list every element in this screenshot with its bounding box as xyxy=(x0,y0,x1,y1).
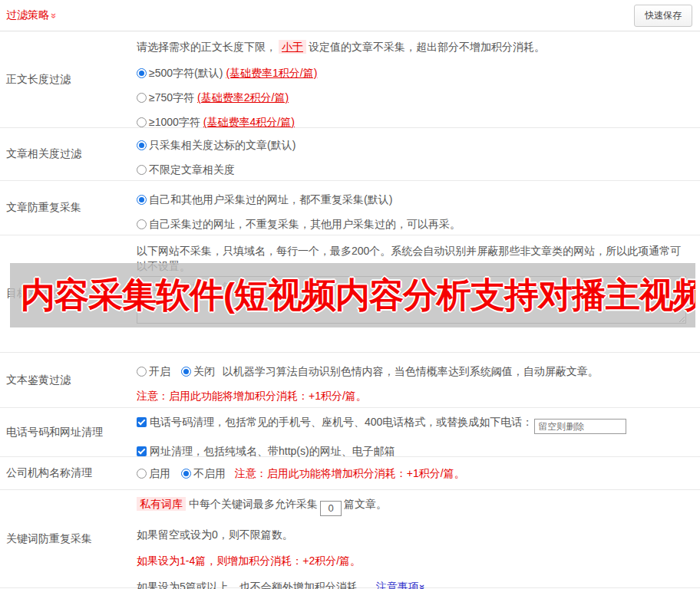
row-label: 文本鉴黄过滤 xyxy=(0,353,137,407)
row-label: 关键词防重复采集 xyxy=(0,490,137,587)
row-label: 公司机构名称清理 xyxy=(0,457,137,489)
porn-filter-on-option[interactable]: 开启 xyxy=(137,365,170,377)
row-porn-filter: 文本鉴黄过滤 开启 关闭 以机器学习算法自动识别色情内容，当色情概率达到系统阈值… xyxy=(0,353,700,408)
blocked-domains-textarea[interactable] xyxy=(137,276,686,324)
fee-note: (基础费率2积分/篇) xyxy=(197,91,289,104)
page-title-text: 过滤策略 xyxy=(6,8,49,22)
row-content-length-filter: 正文长度过滤 请选择需求的正文长度下限，小于设定值的文章不采集，超出部分不增加积… xyxy=(0,31,700,128)
company-cleanup-cost-note: 注意：启用此功能将增加积分消耗：+1积分/篇。 xyxy=(235,467,465,479)
radio-icon[interactable] xyxy=(137,367,147,377)
row-company-name-cleanup: 公司机构名称清理 启用 不启用 注意：启用此功能将增加积分消耗：+1积分/篇。 xyxy=(0,457,700,490)
page-title[interactable]: 过滤策略 » xyxy=(6,8,57,22)
chevron-down-icon: » xyxy=(49,12,59,18)
length-filter-intro: 请选择需求的正文长度下限，小于设定值的文章不采集，超出部分不增加积分消耗。 xyxy=(137,39,694,54)
quick-save-button[interactable]: 快速保存 xyxy=(634,5,692,27)
row-relevance-filter: 文章相关度过滤 只采集相关度达标的文章(默认) 不限定文章相关度 xyxy=(0,128,700,181)
url-cleanup-option[interactable]: 网址清理，包括纯域名、带http(s)的网址、电子邮箱 xyxy=(137,443,694,459)
site-filter-intro: 以下网站不采集，只填域名，每行一个，最多200个。系统会自动识别并屏蔽那些非文章… xyxy=(137,243,688,274)
radio-selected-icon[interactable] xyxy=(181,469,191,479)
keyword-note-five-plus: 如果设为5篇或以上，也不会额外增加积分消耗。 注意事项» xyxy=(137,579,694,589)
top-bar: 过滤策略 » 快速保存 xyxy=(0,0,700,31)
row-keyword-dedup: 关键词防重复采集 私有词库中每个关键词最多允许采集篇文章。 如果留空或设为0，则… xyxy=(0,490,700,588)
row-dedup-collect: 文章防重复采集 自己和其他用户采集过的网址，都不重复采集(默认) 自己采集过的网… xyxy=(0,181,700,235)
notes-link[interactable]: 注意事项» xyxy=(376,581,425,589)
row-label: 正文长度过滤 xyxy=(0,31,137,127)
length-option-500[interactable]: ≥500字符(默认)(基础费率1积分/篇) xyxy=(137,65,694,81)
length-option-1000[interactable]: ≥1000字符(基础费率4积分/篇) xyxy=(137,114,694,130)
radio-selected-icon[interactable] xyxy=(137,195,147,205)
row-label: 文章防重复采集 xyxy=(0,181,137,235)
length-option-750[interactable]: ≥750字符(基础费率2积分/篇) xyxy=(137,90,694,105)
porn-filter-off-option[interactable]: 关闭 xyxy=(181,365,215,377)
keyword-note-cost: 如果设为1-4篇，则增加积分消耗：+2积分/篇。 xyxy=(137,553,694,568)
row-target-site-filter: 目标网站过滤 以下网站不采集，只填域名，每行一个，最多200个。系统会自动识别并… xyxy=(0,235,700,353)
radio-icon[interactable] xyxy=(137,93,147,103)
radio-icon[interactable] xyxy=(137,117,147,127)
row-label: 电话号码和网址清理 xyxy=(0,408,137,456)
row-label: 目标网站过滤 xyxy=(0,235,137,352)
row-phone-url-cleanup: 电话号码和网址清理 电话号码清理，包括常见的手机号、座机号、400电话格式，或替… xyxy=(0,408,700,457)
radio-icon[interactable] xyxy=(137,469,147,479)
relevance-option-any[interactable]: 不限定文章相关度 xyxy=(137,162,694,177)
phone-cleanup-option[interactable]: 电话号码清理，包括常见的手机号、座机号、400电话格式，或替换成如下电话： xyxy=(137,414,694,434)
radio-icon[interactable] xyxy=(137,165,147,175)
radio-selected-icon[interactable] xyxy=(137,68,147,78)
porn-filter-desc: 以机器学习算法自动识别色情内容，当色情概率达到系统阈值，自动屏蔽文章。 xyxy=(223,365,599,377)
company-cleanup-enable-option[interactable]: 启用 xyxy=(137,467,170,479)
radio-selected-icon[interactable] xyxy=(181,367,191,377)
relevance-option-strict[interactable]: 只采集相关度达标的文章(默认) xyxy=(137,137,694,153)
fee-note: (基础费率4积分/篇) xyxy=(203,116,295,128)
lessthan-highlight: 小于 xyxy=(279,40,306,54)
checkbox-checked-icon[interactable] xyxy=(137,446,147,456)
keyword-limit-line: 私有词库中每个关键词最多允许采集篇文章。 xyxy=(137,496,694,516)
radio-icon[interactable] xyxy=(137,219,147,229)
private-lexicon-link[interactable]: 私有词库 xyxy=(137,497,186,511)
dedup-option-self-only[interactable]: 自己采集过的网址，不重复采集，其他用户采集过的，可以再采。 xyxy=(137,216,694,232)
dedup-option-all-users[interactable]: 自己和其他用户采集过的网址，都不重复采集(默认) xyxy=(137,192,694,207)
radio-selected-icon[interactable] xyxy=(137,140,147,150)
row-label: 文章相关度过滤 xyxy=(0,128,137,180)
checkbox-checked-icon[interactable] xyxy=(137,417,147,427)
replacement-phone-input[interactable] xyxy=(534,419,626,434)
keyword-count-input[interactable] xyxy=(320,501,342,516)
keyword-note-unlimited: 如果留空或设为0，则不限篇数。 xyxy=(137,527,694,542)
chevron-down-icon: » xyxy=(418,584,428,589)
fee-note: (基础费率1积分/篇) xyxy=(226,67,317,79)
company-cleanup-disable-option[interactable]: 不启用 xyxy=(181,467,226,479)
porn-filter-cost-note: 注意：启用此功能将增加积分消耗：+1积分/篇。 xyxy=(137,388,694,403)
